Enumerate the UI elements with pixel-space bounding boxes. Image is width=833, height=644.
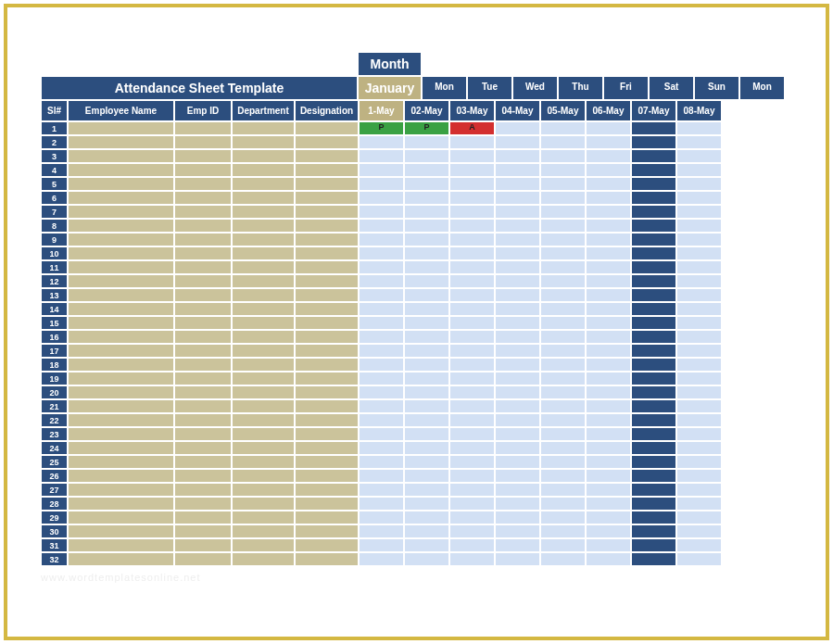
- cell-empid[interactable]: [174, 469, 232, 483]
- attendance-cell[interactable]: [676, 233, 722, 246]
- cell-dept[interactable]: [232, 302, 295, 316]
- attendance-cell[interactable]: [449, 260, 495, 274]
- cell-desig[interactable]: [295, 205, 359, 219]
- cell-empid[interactable]: [174, 358, 232, 372]
- cell-empid[interactable]: [174, 135, 232, 149]
- attendance-cell[interactable]: [586, 344, 631, 358]
- attendance-cell[interactable]: [449, 274, 495, 288]
- attendance-cell[interactable]: [359, 344, 404, 358]
- attendance-cell[interactable]: [586, 274, 631, 288]
- attendance-cell[interactable]: [449, 441, 495, 455]
- attendance-cell[interactable]: [631, 121, 676, 135]
- attendance-cell[interactable]: [586, 552, 631, 566]
- cell-dept[interactable]: [232, 524, 295, 538]
- cell-empid[interactable]: [174, 219, 232, 233]
- cell-dept[interactable]: [232, 274, 295, 288]
- attendance-cell[interactable]: [631, 552, 676, 566]
- attendance-cell[interactable]: [631, 427, 676, 441]
- attendance-cell[interactable]: [540, 483, 586, 497]
- attendance-cell[interactable]: [676, 344, 722, 358]
- attendance-cell[interactable]: [676, 372, 722, 385]
- cell-empid[interactable]: [174, 552, 232, 566]
- cell-name[interactable]: [68, 399, 174, 413]
- cell-desig[interactable]: [295, 511, 359, 524]
- attendance-cell[interactable]: [449, 163, 495, 177]
- cell-dept[interactable]: [232, 316, 295, 330]
- attendance-cell[interactable]: [404, 524, 449, 538]
- attendance-cell[interactable]: [404, 302, 449, 316]
- cell-name[interactable]: [68, 149, 174, 163]
- attendance-cell[interactable]: [404, 413, 449, 427]
- attendance-cell[interactable]: [676, 483, 722, 497]
- cell-desig[interactable]: [295, 288, 359, 302]
- attendance-cell[interactable]: [631, 274, 676, 288]
- cell-desig[interactable]: [295, 177, 359, 191]
- cell-dept[interactable]: [232, 121, 295, 135]
- attendance-cell[interactable]: [631, 163, 676, 177]
- attendance-cell[interactable]: [631, 455, 676, 469]
- attendance-cell[interactable]: [631, 524, 676, 538]
- attendance-cell[interactable]: [676, 330, 722, 344]
- attendance-cell[interactable]: [359, 469, 404, 483]
- attendance-cell[interactable]: [631, 385, 676, 399]
- cell-dept[interactable]: [232, 358, 295, 372]
- attendance-cell[interactable]: [631, 358, 676, 372]
- cell-name[interactable]: [68, 330, 174, 344]
- attendance-cell[interactable]: [540, 260, 586, 274]
- cell-empid[interactable]: [174, 302, 232, 316]
- attendance-cell[interactable]: [495, 288, 540, 302]
- cell-name[interactable]: [68, 274, 174, 288]
- attendance-cell[interactable]: [540, 316, 586, 330]
- attendance-cell[interactable]: [540, 233, 586, 246]
- cell-name[interactable]: [68, 511, 174, 524]
- cell-dept[interactable]: [232, 135, 295, 149]
- cell-dept[interactable]: [232, 372, 295, 385]
- attendance-cell[interactable]: [359, 552, 404, 566]
- attendance-cell[interactable]: [586, 385, 631, 399]
- month-value[interactable]: January: [358, 76, 422, 100]
- attendance-cell[interactable]: [359, 441, 404, 455]
- attendance-cell[interactable]: [540, 205, 586, 219]
- attendance-cell[interactable]: [631, 302, 676, 316]
- attendance-cell[interactable]: [631, 177, 676, 191]
- cell-dept[interactable]: [232, 233, 295, 246]
- attendance-cell[interactable]: [676, 205, 722, 219]
- attendance-cell[interactable]: [540, 302, 586, 316]
- cell-name[interactable]: [68, 538, 174, 552]
- attendance-cell[interactable]: [676, 399, 722, 413]
- attendance-cell[interactable]: [404, 316, 449, 330]
- attendance-cell[interactable]: [540, 552, 586, 566]
- cell-desig[interactable]: [295, 149, 359, 163]
- cell-name[interactable]: [68, 177, 174, 191]
- cell-dept[interactable]: [232, 260, 295, 274]
- attendance-cell[interactable]: [586, 330, 631, 344]
- attendance-cell[interactable]: [404, 233, 449, 246]
- attendance-cell[interactable]: [586, 246, 631, 260]
- attendance-cell[interactable]: [540, 149, 586, 163]
- attendance-cell[interactable]: A: [449, 121, 495, 135]
- cell-desig[interactable]: [295, 399, 359, 413]
- cell-empid[interactable]: [174, 274, 232, 288]
- attendance-cell[interactable]: [540, 455, 586, 469]
- attendance-cell[interactable]: [631, 538, 676, 552]
- attendance-cell[interactable]: [676, 524, 722, 538]
- attendance-cell[interactable]: [631, 149, 676, 163]
- attendance-cell[interactable]: [676, 191, 722, 205]
- cell-empid[interactable]: [174, 372, 232, 385]
- attendance-cell[interactable]: [449, 427, 495, 441]
- attendance-cell[interactable]: [631, 497, 676, 511]
- attendance-cell[interactable]: [495, 399, 540, 413]
- attendance-cell[interactable]: [404, 274, 449, 288]
- attendance-cell[interactable]: [404, 149, 449, 163]
- attendance-cell[interactable]: [586, 260, 631, 274]
- attendance-cell[interactable]: [359, 219, 404, 233]
- attendance-cell[interactable]: [449, 316, 495, 330]
- attendance-cell[interactable]: [495, 344, 540, 358]
- attendance-cell[interactable]: [495, 177, 540, 191]
- cell-empid[interactable]: [174, 497, 232, 511]
- attendance-cell[interactable]: [540, 344, 586, 358]
- cell-desig[interactable]: [295, 441, 359, 455]
- attendance-cell[interactable]: [449, 511, 495, 524]
- attendance-cell[interactable]: [359, 330, 404, 344]
- cell-empid[interactable]: [174, 413, 232, 427]
